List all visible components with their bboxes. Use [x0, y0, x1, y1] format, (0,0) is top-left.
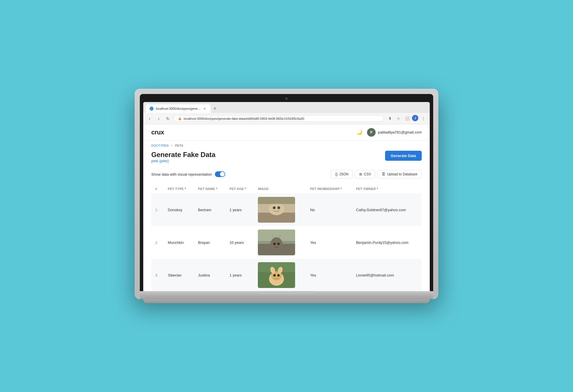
required-indicator: * — [245, 187, 246, 191]
cell-pet-membership: Yes — [306, 226, 352, 259]
menu-button[interactable]: ⋮ — [419, 115, 427, 122]
page-title: Generate Fake Data — [151, 151, 215, 159]
svg-point-10 — [273, 243, 276, 245]
page-title-row: Generate Fake Data pets (pets) Generate … — [151, 151, 422, 169]
breadcrumb-parent[interactable]: DOCTYPES — [151, 144, 169, 147]
col-header-pet-name: PET NAME * — [194, 184, 225, 193]
col-header-pet-age: PET AGE * — [225, 184, 254, 193]
cell-image — [254, 259, 306, 291]
table-row: 1. Donskoy Bertram 1 years — [151, 193, 422, 226]
cell-pet-age: 10 years — [225, 226, 254, 259]
cat-image-2 — [258, 230, 295, 255]
json-icon: {} — [335, 172, 337, 176]
svg-point-3 — [273, 206, 276, 209]
laptop-notch — [258, 291, 315, 294]
cat-image-1 — [258, 197, 295, 223]
required-indicator: * — [185, 187, 186, 191]
svg-point-17 — [277, 274, 280, 277]
nav-actions: ⬆ ☆ ⬜ J ⋮ — [386, 115, 427, 122]
cell-pet-age: 1 years — [225, 259, 254, 291]
data-table: # PET TYPE * PET NAME * PET AGE * IMAGE … — [151, 184, 422, 291]
cell-pet-name: Bertram — [194, 193, 225, 226]
required-indicator: * — [216, 187, 217, 191]
browser-window: localhost:3000/doctypes/gene... ✕ + ‹ › … — [143, 102, 430, 291]
json-button[interactable]: {} JSON — [331, 170, 353, 179]
col-header-pet-type: PET TYPE * — [164, 184, 194, 193]
cell-pet-name: Justina — [194, 259, 225, 291]
back-button[interactable]: ‹ — [146, 115, 153, 122]
cell-num: 1. — [151, 193, 164, 226]
show-visual-toggle-group: Show data with visual representation — [151, 171, 225, 177]
cell-image — [254, 226, 306, 259]
svg-rect-13 — [258, 262, 295, 272]
app-content: crux 🌙 P patiladitya781@gmail.com — [143, 124, 430, 291]
upload-database-button[interactable]: 🗄 Upload to Database — [378, 170, 422, 179]
cell-num: 2. — [151, 226, 164, 259]
cell-pet-age: 1 years — [225, 193, 254, 226]
toggle-thumb — [220, 172, 225, 177]
bookmark-button[interactable]: ☆ — [395, 115, 402, 122]
cell-pet-membership: No — [306, 193, 352, 226]
camera-dot — [285, 97, 288, 100]
page-title-group: Generate Fake Data pets (pets) — [151, 151, 215, 169]
reload-button[interactable]: ↻ — [164, 115, 171, 122]
forward-button[interactable]: › — [155, 115, 162, 122]
toolbar-actions: {} JSON ⊞ CSV 🗄 Upload to Database — [331, 170, 422, 179]
svg-rect-5 — [258, 197, 295, 204]
table-row: 2. Munchkin Brayan 10 years — [151, 226, 422, 259]
breadcrumb-current: PETS — [175, 144, 183, 147]
user-avatar: P — [367, 128, 376, 137]
upload-icon: 🗄 — [382, 172, 385, 176]
table-header: # PET TYPE * PET NAME * PET AGE * IMAGE … — [151, 184, 422, 193]
lock-icon: 🔒 — [178, 117, 182, 120]
table-body: 1. Donskoy Bertram 1 years — [151, 193, 422, 291]
user-info: P patiladitya781@gmail.com — [367, 128, 422, 137]
breadcrumb-separator: > — [171, 144, 173, 147]
address-bar[interactable]: 🔒 localhost:3000/doctypes/generate-fake-… — [174, 115, 384, 122]
show-visual-label: Show data with visual representation — [151, 172, 212, 177]
laptop-bottom — [143, 299, 430, 303]
col-header-num: # — [151, 184, 164, 193]
new-tab-button[interactable]: + — [212, 106, 218, 111]
screen-bezel: localhost:3000/doctypes/gene... ✕ + ‹ › … — [140, 94, 433, 291]
visual-representation-toggle[interactable] — [215, 171, 225, 177]
cell-num: 3. — [151, 259, 164, 291]
browser-user-avatar[interactable]: J — [412, 115, 418, 121]
col-header-pet-membership: PET MEMBERSHIP * — [306, 184, 352, 193]
svg-point-2 — [268, 203, 284, 215]
app-logo: crux — [151, 129, 164, 136]
cell-pet-membership: Yes — [306, 259, 352, 291]
svg-point-11 — [277, 243, 280, 245]
laptop-wrapper: localhost:3000/doctypes/gene... ✕ + ‹ › … — [129, 83, 444, 309]
tab-favicon — [150, 107, 154, 111]
app-header: crux 🌙 P patiladitya781@gmail.com — [143, 124, 430, 140]
theme-toggle-button[interactable]: 🌙 — [357, 130, 362, 135]
browser-tabs-bar: localhost:3000/doctypes/gene... ✕ + — [143, 102, 430, 113]
cat-image-3 — [258, 262, 295, 288]
csv-button[interactable]: ⊞ CSV — [355, 170, 375, 179]
laptop-base — [140, 291, 433, 299]
tab-close-button[interactable]: ✕ — [203, 107, 207, 111]
cell-pet-type: Siberian — [164, 259, 194, 291]
generate-data-button[interactable]: Generate Data — [385, 151, 422, 161]
browser-nav-bar: ‹ › ↻ 🔒 localhost:3000/doctypes/generate… — [143, 113, 430, 124]
breadcrumb: DOCTYPES > PETS — [143, 140, 430, 151]
svg-point-9 — [270, 237, 283, 253]
share-button[interactable]: ⬆ — [386, 115, 394, 122]
page-subtitle: pets (pets) — [151, 159, 215, 163]
svg-point-16 — [273, 274, 276, 277]
active-tab[interactable]: localhost:3000/doctypes/gene... ✕ — [146, 104, 211, 113]
table-row: 3. Siberian Justina 1 years — [151, 259, 422, 291]
header-right: 🌙 P patiladitya781@gmail.com — [357, 128, 422, 137]
svg-point-4 — [277, 206, 280, 209]
cell-pet-owner: Benjamin.Purdy15@yahoo.com — [352, 226, 422, 259]
csv-icon: ⊞ — [359, 172, 362, 176]
extensions-button[interactable]: ⬜ — [403, 115, 411, 122]
cell-image — [254, 193, 306, 226]
toolbar-row: Show data with visual representation {} … — [151, 170, 422, 179]
col-header-pet-owner: PET OWNER * — [352, 184, 422, 193]
col-header-image: IMAGE — [254, 184, 306, 193]
page-main: Generate Fake Data pets (pets) Generate … — [143, 151, 430, 291]
required-indicator: * — [377, 187, 378, 191]
tab-title: localhost:3000/doctypes/gene... — [156, 107, 200, 110]
